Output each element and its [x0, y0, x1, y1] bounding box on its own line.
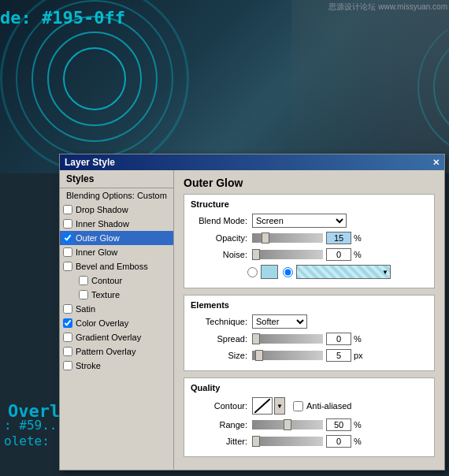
outer-glow-checkbox[interactable] [63, 233, 72, 243]
gradient-overlay-checkbox[interactable] [63, 333, 72, 342]
bevel-emboss-checkbox[interactable] [63, 262, 72, 271]
size-input[interactable] [326, 349, 351, 362]
technique-row: Technique: Softer Precise [191, 314, 428, 329]
range-input[interactable] [326, 418, 351, 431]
size-slider[interactable] [252, 351, 323, 360]
size-unit: px [354, 351, 363, 360]
quality-section: Quality Contour: ▼ Anti-aliased [184, 377, 435, 457]
structure-title: Structure [191, 199, 428, 209]
stroke-checkbox[interactable] [63, 361, 72, 370]
blend-mode-row: Blend Mode: Screen Normal Multiply Overl… [191, 214, 428, 228]
jitter-input[interactable] [326, 435, 351, 448]
style-item-outer-glow[interactable]: Outer Glow [60, 231, 173, 245]
spread-label: Spread: [191, 334, 247, 344]
style-item-stroke[interactable]: Stroke [60, 359, 173, 373]
jitter-slider[interactable] [252, 437, 323, 446]
options-panel: Outer Glow Structure Blend Mode: Screen … [174, 170, 444, 470]
opacity-row: Opacity: % [191, 232, 428, 244]
blend-mode-label: Blend Mode: [191, 216, 247, 225]
svg-marker-0 [254, 399, 270, 413]
noise-row: Noise: % [191, 248, 428, 261]
jitter-label: Jitter: [191, 437, 247, 446]
color-row: ▼ [191, 265, 428, 279]
style-item-bevel-emboss[interactable]: Bevel and Emboss [60, 259, 173, 273]
elements-title: Elements [191, 300, 428, 310]
watermark: 思源设计论坛 www.missyuan.com [328, 2, 447, 13]
size-row: Size: px [191, 349, 428, 362]
range-slider[interactable] [252, 420, 323, 430]
spread-unit: % [354, 334, 362, 344]
satin-checkbox[interactable] [63, 304, 72, 314]
styles-panel: Styles Blending Options: Custom Drop Sha… [60, 170, 174, 470]
color-swatch-gradient[interactable]: ▼ [296, 265, 391, 279]
structure-section: Structure Blend Mode: Screen Normal Mult… [184, 194, 435, 288]
spread-input[interactable] [326, 333, 351, 345]
bottom-text3: olete: [4, 433, 50, 448]
style-item-gradient-overlay[interactable]: Gradient Overlay [60, 330, 173, 344]
contour-thumbnail[interactable] [252, 397, 273, 415]
styles-header: Styles [60, 170, 173, 188]
gradient-radio[interactable] [283, 267, 293, 277]
opacity-input[interactable] [326, 232, 351, 244]
style-item-drop-shadow[interactable]: Drop Shadow [60, 203, 173, 217]
dialog-body: Styles Blending Options: Custom Drop Sha… [60, 170, 444, 470]
opacity-unit: % [354, 233, 362, 243]
texture-checkbox[interactable] [79, 290, 88, 299]
anti-aliased-checkbox[interactable] [293, 401, 303, 411]
jitter-row: Jitter: % [191, 435, 428, 448]
layer-style-dialog: Layer Style ✕ Styles Blending Options: C… [59, 154, 445, 470]
anti-aliased-label[interactable]: Anti-aliased [293, 401, 351, 411]
blend-mode-select[interactable]: Screen Normal Multiply Overlay [252, 214, 347, 228]
range-row: Range: % [191, 418, 428, 431]
style-item-blending-options[interactable]: Blending Options: Custom [60, 188, 173, 203]
contour-dropdown[interactable]: ▼ [274, 397, 285, 415]
color-swatch-solid[interactable] [261, 265, 278, 279]
technique-select[interactable]: Softer Precise [252, 314, 307, 329]
color-overlay-checkbox[interactable] [63, 318, 72, 328]
solid-radio[interactable] [247, 267, 258, 277]
pattern-overlay-checkbox[interactable] [63, 347, 72, 356]
style-item-inner-shadow[interactable]: Inner Shadow [60, 217, 173, 231]
contour-row: Contour: ▼ Anti-aliased [191, 397, 428, 415]
noise-unit: % [354, 250, 362, 259]
noise-slider[interactable] [252, 250, 323, 259]
spread-row: Spread: % [191, 333, 428, 345]
inner-shadow-checkbox[interactable] [63, 219, 72, 229]
technique-label: Technique: [191, 317, 247, 326]
style-item-pattern-overlay[interactable]: Pattern Overlay [60, 344, 173, 359]
bottom-text2: : #59... [4, 418, 65, 433]
gradient-dropdown-arrow: ▼ [382, 269, 388, 276]
jitter-unit: % [354, 437, 362, 446]
style-item-color-overlay[interactable]: Color Overlay [60, 316, 173, 330]
style-item-inner-glow[interactable]: Inner Glow [60, 245, 173, 259]
size-label: Size: [191, 351, 247, 360]
noise-input[interactable] [326, 248, 351, 261]
contour-label: Contour: [191, 401, 247, 411]
opacity-label: Opacity: [191, 233, 247, 243]
spread-slider[interactable] [252, 334, 323, 344]
panel-title: Outer Glow [184, 177, 435, 189]
contour-svg [254, 399, 270, 413]
contour-checkbox[interactable] [79, 276, 88, 285]
elements-section: Elements Technique: Softer Precise Sprea… [184, 295, 435, 371]
noise-label: Noise: [191, 250, 247, 259]
style-item-satin[interactable]: Satin [60, 302, 173, 316]
range-label: Range: [191, 420, 247, 430]
inner-glow-checkbox[interactable] [63, 247, 72, 257]
bg-text-top: de: #195-0ff [0, 8, 125, 28]
quality-title: Quality [191, 383, 428, 392]
style-item-contour[interactable]: Contour [60, 273, 173, 288]
background-area: de: #195-0ff [0, 0, 449, 173]
dialog-titlebar: Layer Style ✕ [60, 154, 444, 170]
dialog-title: Layer Style [65, 157, 115, 168]
drop-shadow-checkbox[interactable] [63, 205, 72, 214]
opacity-slider[interactable] [252, 233, 323, 243]
style-item-texture[interactable]: Texture [60, 288, 173, 302]
range-unit: % [354, 420, 362, 430]
close-icon[interactable]: ✕ [432, 158, 440, 168]
